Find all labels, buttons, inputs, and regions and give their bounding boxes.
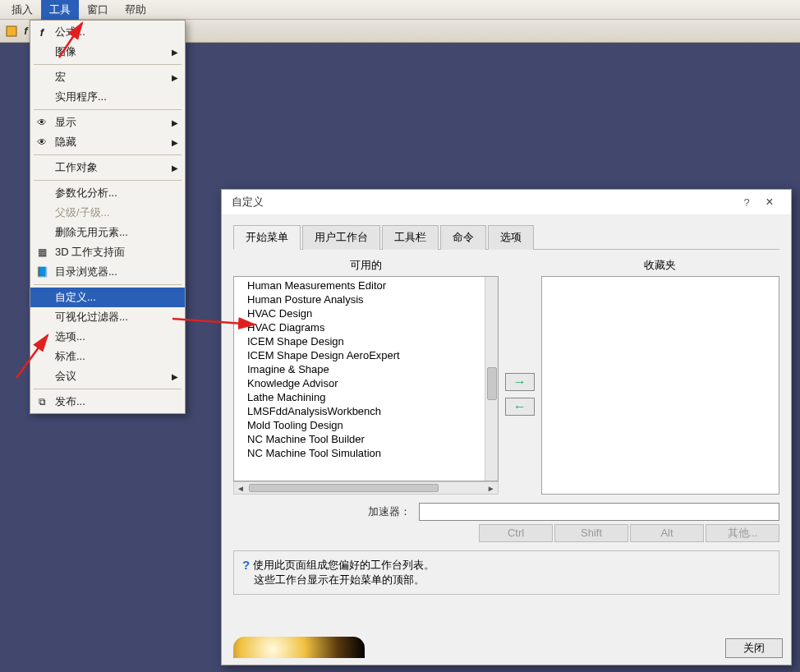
menu-item[interactable]: 参数化分析... [30,183,185,203]
list-item[interactable]: Human Measurements Editor [234,278,498,292]
menu-item[interactable]: f公式... [30,22,185,42]
eye-icon: 👁 [35,116,48,129]
modifier-shift-button[interactable]: Shift [554,524,628,542]
decorative-gradient [233,637,365,658]
move-right-button[interactable]: → [505,373,535,391]
chevron-right-icon: ▶ [172,118,178,127]
book-icon: 📘 [35,265,48,278]
grid-icon: ▦ [35,246,48,259]
menu-item[interactable]: 工作对象▶ [30,158,185,177]
chevron-right-icon: ▶ [172,73,178,82]
menu-item[interactable]: 会议▶ [30,366,185,386]
fx-icon: f [35,25,48,39]
list-item[interactable]: NC Machine Tool Builder [234,432,498,446]
menu-item[interactable]: 👁显示▶ [30,113,185,132]
pub-icon: ⧉ [35,395,48,408]
tab-0[interactable]: 开始菜单 [233,225,301,250]
menu-item[interactable]: 实用程序... [30,87,185,107]
help-panel: ?使用此页面组成您偏好的工作台列表。 这些工作台显示在开始菜单的顶部。 [233,550,779,595]
question-icon: ? [242,558,250,572]
horizontal-scrollbar[interactable]: ◄► [233,481,499,495]
list-item[interactable]: LMSFddAnalysisWorkbench [234,404,498,418]
menu-item[interactable]: 宏▶ [30,67,185,87]
chevron-right-icon: ▶ [172,138,178,147]
help-text-1: 使用此页面组成您偏好的工作台列表。 [253,558,434,573]
menu-item[interactable]: 可视化过滤器... [30,307,185,327]
vertical-scrollbar[interactable] [485,277,498,481]
dialog-titlebar: 自定义 ? × [222,190,791,214]
accelerator-input[interactable] [419,503,779,521]
list-item[interactable]: NC Machine Tool Simulation [234,446,498,460]
menu-item[interactable]: 自定义... [30,288,185,307]
list-item[interactable]: HVAC Design [234,306,498,320]
eye2-icon: 👁 [35,136,48,149]
menu-item[interactable]: ▦3D 工作支持面 [30,242,185,262]
tools-dropdown: f公式...图像▶宏▶实用程序...👁显示▶👁隐藏▶工作对象▶参数化分析...父… [30,20,186,414]
list-item[interactable]: Lathe Machining [234,390,498,404]
tab-2[interactable]: 工具栏 [382,225,439,250]
menu-tools[interactable]: 工具 [41,0,79,20]
menu-item[interactable]: 📘目录浏览器... [30,262,185,282]
list-item[interactable]: ICEM Shape Design [234,334,498,348]
list-item[interactable]: ICEM Shape Design AeroExpert [234,348,498,362]
close-button[interactable]: 关闭 [725,638,783,658]
menu-item[interactable]: 选项... [30,327,185,347]
close-icon[interactable]: × [758,195,781,209]
menu-item[interactable]: 👁隐藏▶ [30,132,185,152]
customize-dialog: 自定义 ? × 开始菜单用户工作台工具栏命令选项 可用的 Human Measu… [221,189,792,665]
tab-3[interactable]: 命令 [440,225,486,250]
list-item[interactable]: Mold Tooling Design [234,418,498,432]
help-text-2: 这些工作台显示在开始菜单的顶部。 [254,573,425,587]
available-listbox[interactable]: Human Measurements EditorHuman Posture A… [233,276,499,481]
svg-rect-0 [7,26,16,36]
toolbar-icon[interactable] [3,23,20,39]
menu-item: 父级/子级... [30,203,185,223]
modifier-ctrl-button[interactable]: Ctrl [479,524,553,542]
favorites-listbox[interactable] [541,276,779,495]
list-item[interactable]: Imagine & Shape [234,362,498,376]
list-item[interactable]: Knowledge Advisor [234,376,498,390]
modifier-其他...-button[interactable]: 其他... [706,524,779,542]
menu-help[interactable]: 帮助 [117,0,154,20]
menu-item[interactable]: 图像▶ [30,42,185,62]
menu-window[interactable]: 窗口 [79,0,117,20]
help-button[interactable]: ? [735,196,758,209]
chevron-right-icon: ▶ [172,372,178,381]
menu-item[interactable]: 标准... [30,347,185,366]
list-item[interactable]: HVAC Diagrams [234,320,498,334]
accelerator-label: 加速器： [233,504,414,519]
dialog-title: 自定义 [232,195,735,209]
tab-1[interactable]: 用户工作台 [302,225,380,250]
dialog-tabs: 开始菜单用户工作台工具栏命令选项 [233,224,779,250]
move-left-button[interactable]: ← [505,398,535,416]
menu-item[interactable]: ⧉发布... [30,392,185,412]
menu-item[interactable]: 删除无用元素... [30,223,185,242]
menubar: 插入 工具 窗口 帮助 [0,0,800,20]
tab-4[interactable]: 选项 [488,225,534,250]
menu-insert[interactable]: 插入 [3,0,41,20]
chevron-right-icon: ▶ [172,163,178,173]
list-item[interactable]: Human Posture Analysis [234,292,498,306]
modifier-alt-button[interactable]: Alt [630,524,704,542]
favorites-label: 收藏夹 [541,256,779,276]
available-label: 可用的 [233,256,499,276]
chevron-right-icon: ▶ [172,48,178,57]
